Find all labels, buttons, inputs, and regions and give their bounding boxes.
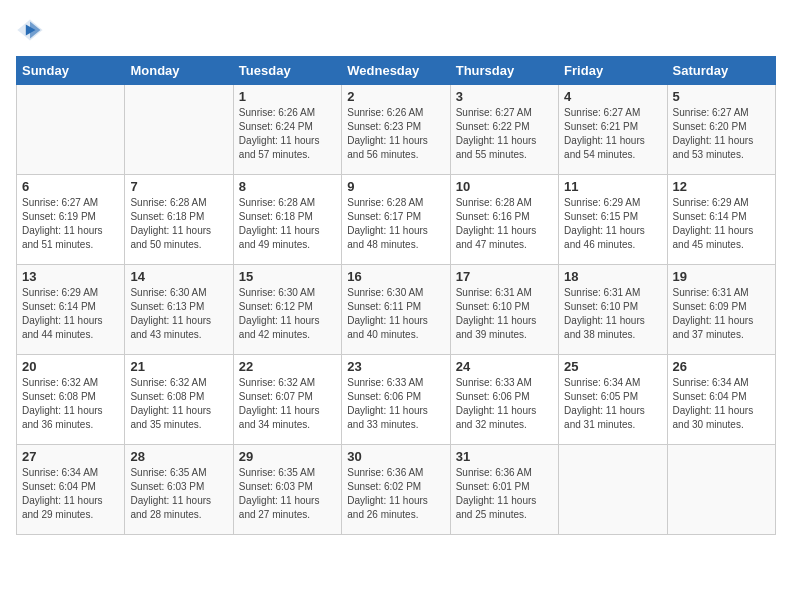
day-info: Sunrise: 6:34 AM Sunset: 6:05 PM Dayligh… [564,376,661,432]
day-number: 24 [456,359,553,374]
day-number: 20 [22,359,119,374]
day-info: Sunrise: 6:28 AM Sunset: 6:16 PM Dayligh… [456,196,553,252]
day-number: 10 [456,179,553,194]
day-info: Sunrise: 6:30 AM Sunset: 6:13 PM Dayligh… [130,286,227,342]
day-number: 16 [347,269,444,284]
day-number: 26 [673,359,770,374]
day-info: Sunrise: 6:32 AM Sunset: 6:08 PM Dayligh… [130,376,227,432]
calendar-cell: 2Sunrise: 6:26 AM Sunset: 6:23 PM Daylig… [342,85,450,175]
day-number: 4 [564,89,661,104]
calendar-cell: 16Sunrise: 6:30 AM Sunset: 6:11 PM Dayli… [342,265,450,355]
day-number: 29 [239,449,336,464]
weekday-header: Thursday [450,57,558,85]
calendar-cell: 18Sunrise: 6:31 AM Sunset: 6:10 PM Dayli… [559,265,667,355]
calendar-header: SundayMondayTuesdayWednesdayThursdayFrid… [17,57,776,85]
weekday-header: Saturday [667,57,775,85]
calendar-cell: 26Sunrise: 6:34 AM Sunset: 6:04 PM Dayli… [667,355,775,445]
calendar-cell [125,85,233,175]
day-info: Sunrise: 6:31 AM Sunset: 6:10 PM Dayligh… [564,286,661,342]
calendar-cell [667,445,775,535]
calendar-cell: 5Sunrise: 6:27 AM Sunset: 6:20 PM Daylig… [667,85,775,175]
day-number: 28 [130,449,227,464]
calendar-cell: 15Sunrise: 6:30 AM Sunset: 6:12 PM Dayli… [233,265,341,355]
day-number: 21 [130,359,227,374]
day-info: Sunrise: 6:29 AM Sunset: 6:14 PM Dayligh… [22,286,119,342]
day-info: Sunrise: 6:31 AM Sunset: 6:10 PM Dayligh… [456,286,553,342]
calendar-cell: 24Sunrise: 6:33 AM Sunset: 6:06 PM Dayli… [450,355,558,445]
day-number: 18 [564,269,661,284]
day-number: 9 [347,179,444,194]
calendar-cell [17,85,125,175]
calendar-cell: 11Sunrise: 6:29 AM Sunset: 6:15 PM Dayli… [559,175,667,265]
calendar-cell: 1Sunrise: 6:26 AM Sunset: 6:24 PM Daylig… [233,85,341,175]
day-number: 19 [673,269,770,284]
calendar-table: SundayMondayTuesdayWednesdayThursdayFrid… [16,56,776,535]
calendar-cell: 20Sunrise: 6:32 AM Sunset: 6:08 PM Dayli… [17,355,125,445]
day-info: Sunrise: 6:26 AM Sunset: 6:24 PM Dayligh… [239,106,336,162]
day-number: 30 [347,449,444,464]
day-number: 22 [239,359,336,374]
day-number: 1 [239,89,336,104]
day-number: 23 [347,359,444,374]
day-info: Sunrise: 6:34 AM Sunset: 6:04 PM Dayligh… [22,466,119,522]
calendar-cell: 8Sunrise: 6:28 AM Sunset: 6:18 PM Daylig… [233,175,341,265]
day-info: Sunrise: 6:27 AM Sunset: 6:22 PM Dayligh… [456,106,553,162]
calendar-cell: 3Sunrise: 6:27 AM Sunset: 6:22 PM Daylig… [450,85,558,175]
weekday-header: Sunday [17,57,125,85]
day-info: Sunrise: 6:31 AM Sunset: 6:09 PM Dayligh… [673,286,770,342]
day-info: Sunrise: 6:36 AM Sunset: 6:01 PM Dayligh… [456,466,553,522]
calendar-cell [559,445,667,535]
day-number: 17 [456,269,553,284]
calendar-cell: 21Sunrise: 6:32 AM Sunset: 6:08 PM Dayli… [125,355,233,445]
logo [16,16,48,44]
day-info: Sunrise: 6:29 AM Sunset: 6:14 PM Dayligh… [673,196,770,252]
calendar-cell: 17Sunrise: 6:31 AM Sunset: 6:10 PM Dayli… [450,265,558,355]
day-info: Sunrise: 6:34 AM Sunset: 6:04 PM Dayligh… [673,376,770,432]
day-info: Sunrise: 6:32 AM Sunset: 6:08 PM Dayligh… [22,376,119,432]
weekday-header: Tuesday [233,57,341,85]
calendar-cell: 12Sunrise: 6:29 AM Sunset: 6:14 PM Dayli… [667,175,775,265]
day-number: 7 [130,179,227,194]
day-info: Sunrise: 6:28 AM Sunset: 6:18 PM Dayligh… [239,196,336,252]
day-info: Sunrise: 6:27 AM Sunset: 6:20 PM Dayligh… [673,106,770,162]
calendar-cell: 6Sunrise: 6:27 AM Sunset: 6:19 PM Daylig… [17,175,125,265]
day-info: Sunrise: 6:27 AM Sunset: 6:21 PM Dayligh… [564,106,661,162]
logo-icon [16,16,44,44]
page-header [16,16,776,44]
day-info: Sunrise: 6:35 AM Sunset: 6:03 PM Dayligh… [130,466,227,522]
day-info: Sunrise: 6:28 AM Sunset: 6:18 PM Dayligh… [130,196,227,252]
calendar-cell: 22Sunrise: 6:32 AM Sunset: 6:07 PM Dayli… [233,355,341,445]
weekday-header: Wednesday [342,57,450,85]
day-number: 31 [456,449,553,464]
day-number: 12 [673,179,770,194]
day-number: 11 [564,179,661,194]
day-number: 15 [239,269,336,284]
day-info: Sunrise: 6:30 AM Sunset: 6:12 PM Dayligh… [239,286,336,342]
day-info: Sunrise: 6:32 AM Sunset: 6:07 PM Dayligh… [239,376,336,432]
day-number: 13 [22,269,119,284]
calendar-cell: 13Sunrise: 6:29 AM Sunset: 6:14 PM Dayli… [17,265,125,355]
calendar-cell: 9Sunrise: 6:28 AM Sunset: 6:17 PM Daylig… [342,175,450,265]
calendar-cell: 4Sunrise: 6:27 AM Sunset: 6:21 PM Daylig… [559,85,667,175]
calendar-cell: 30Sunrise: 6:36 AM Sunset: 6:02 PM Dayli… [342,445,450,535]
day-info: Sunrise: 6:27 AM Sunset: 6:19 PM Dayligh… [22,196,119,252]
day-number: 14 [130,269,227,284]
calendar-cell: 25Sunrise: 6:34 AM Sunset: 6:05 PM Dayli… [559,355,667,445]
calendar-cell: 10Sunrise: 6:28 AM Sunset: 6:16 PM Dayli… [450,175,558,265]
calendar-cell: 28Sunrise: 6:35 AM Sunset: 6:03 PM Dayli… [125,445,233,535]
calendar-cell: 29Sunrise: 6:35 AM Sunset: 6:03 PM Dayli… [233,445,341,535]
day-info: Sunrise: 6:26 AM Sunset: 6:23 PM Dayligh… [347,106,444,162]
calendar-cell: 19Sunrise: 6:31 AM Sunset: 6:09 PM Dayli… [667,265,775,355]
day-info: Sunrise: 6:33 AM Sunset: 6:06 PM Dayligh… [456,376,553,432]
day-number: 3 [456,89,553,104]
day-number: 6 [22,179,119,194]
day-info: Sunrise: 6:29 AM Sunset: 6:15 PM Dayligh… [564,196,661,252]
day-number: 27 [22,449,119,464]
day-info: Sunrise: 6:35 AM Sunset: 6:03 PM Dayligh… [239,466,336,522]
calendar-cell: 23Sunrise: 6:33 AM Sunset: 6:06 PM Dayli… [342,355,450,445]
weekday-header: Monday [125,57,233,85]
day-number: 25 [564,359,661,374]
day-info: Sunrise: 6:28 AM Sunset: 6:17 PM Dayligh… [347,196,444,252]
calendar-cell: 31Sunrise: 6:36 AM Sunset: 6:01 PM Dayli… [450,445,558,535]
calendar-cell: 14Sunrise: 6:30 AM Sunset: 6:13 PM Dayli… [125,265,233,355]
